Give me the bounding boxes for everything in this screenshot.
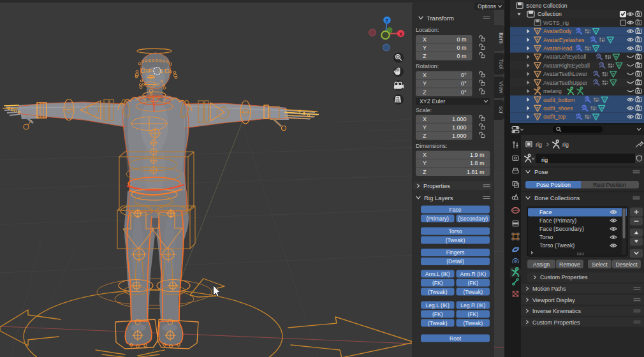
- svg-text:Viewport Display: Viewport Display: [532, 297, 575, 303]
- svg-text:XYZ Euler: XYZ Euler: [420, 98, 445, 105]
- svg-text:Z: Z: [423, 169, 427, 175]
- svg-text:AvatarHead: AvatarHead: [543, 45, 572, 52]
- svg-text:Scene Collection: Scene Collection: [526, 3, 567, 9]
- svg-text:(FK): (FK): [467, 280, 478, 286]
- svg-text:scr: scr: [498, 106, 504, 114]
- svg-text:(Tweak): (Tweak): [463, 320, 483, 326]
- svg-text:Bone Collections: Bone Collections: [534, 194, 580, 201]
- svg-text:AvatarTeethLower: AvatarTeethLower: [543, 71, 587, 77]
- svg-text:Torso: Torso: [539, 234, 553, 240]
- svg-text:Z: Z: [423, 89, 427, 96]
- svg-text:AvatarBody: AvatarBody: [543, 28, 572, 34]
- svg-text:X: X: [423, 36, 427, 43]
- svg-text:Custom Properties: Custom Properties: [532, 319, 580, 326]
- svg-text:outfit_bottom: outfit_bottom: [543, 97, 575, 103]
- svg-text:Rest Position: Rest Position: [593, 182, 626, 188]
- svg-text:Y: Y: [423, 124, 427, 131]
- svg-text:AvatarRightEyeball: AvatarRightEyeball: [543, 62, 590, 69]
- svg-text:Leg.R (IK): Leg.R (IK): [460, 302, 485, 309]
- svg-text:Arm.L (IK): Arm.L (IK): [425, 271, 450, 277]
- svg-text:Face (Primary): Face (Primary): [539, 217, 576, 224]
- svg-text:X: X: [423, 72, 427, 78]
- svg-text:Face: Face: [449, 207, 461, 213]
- svg-text:Collection: Collection: [538, 11, 562, 17]
- svg-text:(Detail): (Detail): [446, 258, 464, 265]
- svg-text:View: View: [498, 82, 504, 94]
- svg-text:Options: Options: [478, 3, 496, 10]
- svg-text:(Tweak): (Tweak): [463, 289, 483, 295]
- svg-text:Properties: Properties: [423, 183, 450, 189]
- svg-text:Z: Z: [386, 18, 389, 23]
- svg-text:Motion Paths: Motion Paths: [532, 286, 566, 292]
- svg-text:outfit_shoes: outfit_shoes: [543, 105, 573, 112]
- svg-text:1.000: 1.000: [452, 116, 467, 122]
- svg-text:(Tweak): (Tweak): [428, 289, 448, 295]
- svg-text:Select: Select: [592, 261, 608, 268]
- svg-text:Remove: Remove: [559, 261, 580, 268]
- svg-text:0 m: 0 m: [457, 45, 466, 51]
- svg-text:(Tweak): (Tweak): [446, 237, 465, 244]
- svg-text:Y: Y: [423, 160, 427, 166]
- svg-text:Pose Position: Pose Position: [536, 182, 571, 188]
- svg-text:AvatarLeftEyeball: AvatarLeftEyeball: [543, 54, 586, 60]
- svg-text:1.000: 1.000: [452, 133, 467, 139]
- svg-text:Z: Z: [423, 53, 427, 59]
- svg-text:Tool: Tool: [498, 59, 504, 69]
- svg-text:Root: Root: [450, 335, 462, 342]
- svg-text:(FK): (FK): [432, 311, 443, 317]
- svg-text:Location:: Location:: [416, 27, 439, 33]
- svg-text:Assign: Assign: [533, 261, 550, 268]
- svg-text:(FK): (FK): [467, 311, 478, 317]
- svg-text:Custom Properties: Custom Properties: [540, 274, 588, 280]
- svg-text:Face: Face: [539, 209, 552, 215]
- svg-text:Y: Y: [423, 80, 427, 87]
- svg-text:rig: rig: [541, 157, 548, 163]
- svg-text:AvatarEyelashes: AvatarEyelashes: [543, 37, 584, 43]
- svg-text:Pose: Pose: [534, 168, 548, 175]
- svg-text:0°: 0°: [461, 80, 467, 87]
- svg-text:Arm.R (IK): Arm.R (IK): [460, 271, 486, 277]
- svg-text:Rotation:: Rotation:: [416, 63, 439, 69]
- svg-text:Torso (Tweak): Torso (Tweak): [539, 242, 574, 249]
- svg-text:1.81 m: 1.81 m: [467, 169, 485, 175]
- svg-text:Y: Y: [423, 45, 427, 51]
- svg-text:rig: rig: [536, 142, 542, 148]
- svg-text:Fingers: Fingers: [446, 249, 465, 256]
- svg-text:1.9 m: 1.9 m: [470, 152, 485, 158]
- svg-text:X: X: [423, 152, 427, 158]
- svg-text:AvatarTeethUpper: AvatarTeethUpper: [543, 80, 587, 86]
- svg-text:rig: rig: [562, 142, 569, 148]
- svg-text:1.000: 1.000: [452, 124, 467, 131]
- svg-text:Inverse Kinematics: Inverse Kinematics: [532, 308, 582, 314]
- svg-text:(FK): (FK): [432, 280, 443, 286]
- svg-text:Rig Layers: Rig Layers: [424, 194, 453, 201]
- svg-text:Scale:: Scale:: [416, 107, 432, 113]
- svg-text:Deselect: Deselect: [615, 261, 638, 268]
- svg-text:(Tweak): (Tweak): [428, 320, 448, 326]
- svg-text:0 m: 0 m: [457, 36, 466, 43]
- svg-text:X: X: [399, 32, 402, 36]
- svg-text:0°: 0°: [461, 89, 467, 96]
- svg-text:Face (Secondary): Face (Secondary): [539, 226, 584, 232]
- svg-text:metarig: metarig: [543, 88, 562, 94]
- svg-text:0 m: 0 m: [457, 53, 466, 59]
- svg-text:outfit_top: outfit_top: [543, 113, 566, 120]
- svg-text:(Secondary): (Secondary): [458, 215, 488, 222]
- svg-text:X: X: [423, 116, 427, 122]
- svg-text:Leg.L (IK): Leg.L (IK): [426, 302, 450, 309]
- svg-text:Torso: Torso: [448, 228, 462, 235]
- svg-text:0°: 0°: [461, 72, 467, 78]
- svg-text:Dimensions:: Dimensions:: [416, 143, 448, 149]
- svg-text:(Primary): (Primary): [427, 215, 449, 222]
- svg-text:1.8 m: 1.8 m: [470, 160, 485, 166]
- svg-text:WGTS_rig: WGTS_rig: [543, 20, 569, 26]
- svg-text:Transform: Transform: [427, 15, 454, 22]
- svg-text:Z: Z: [423, 133, 427, 139]
- svg-text:Item: Item: [498, 33, 504, 43]
